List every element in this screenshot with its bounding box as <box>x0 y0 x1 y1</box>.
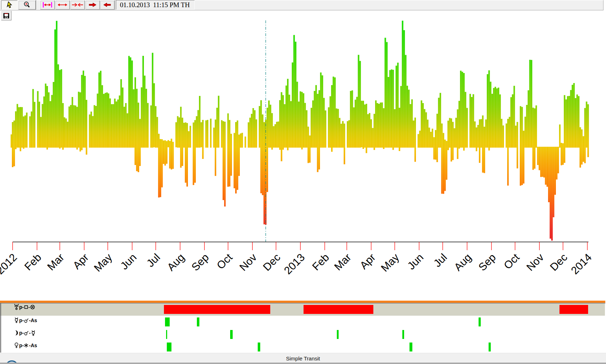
svg-text:p-: p- <box>19 343 24 348</box>
svg-text:Mar: Mar <box>332 251 353 273</box>
svg-text:Sep: Sep <box>189 251 211 273</box>
svg-text:-: - <box>28 304 30 310</box>
svg-text:Dec: Dec <box>261 251 282 273</box>
svg-text:2012: 2012 <box>0 251 19 277</box>
svg-text:Jun: Jun <box>405 251 426 272</box>
svg-text:p-: p- <box>19 304 24 310</box>
svg-text:Apr: Apr <box>71 251 91 271</box>
svg-text:-As: -As <box>29 317 37 323</box>
svg-text:Jul: Jul <box>431 251 449 269</box>
svg-text:Jul: Jul <box>144 251 162 269</box>
svg-text:p-: p- <box>19 330 24 336</box>
svg-text:May: May <box>92 251 114 274</box>
svg-text:-As: -As <box>29 343 37 348</box>
svg-text:Mar: Mar <box>45 251 66 273</box>
svg-text:Feb: Feb <box>310 251 331 273</box>
svg-text:May: May <box>379 251 401 274</box>
svg-text:Dec: Dec <box>548 251 569 273</box>
svg-text:-: - <box>29 330 31 336</box>
svg-text:Feb: Feb <box>22 251 44 273</box>
svg-text:Apr: Apr <box>358 251 378 271</box>
svg-text:Oct: Oct <box>214 251 235 271</box>
svg-text:Aug: Aug <box>165 251 186 273</box>
svg-text:Nov: Nov <box>524 251 546 273</box>
svg-text:2014: 2014 <box>569 251 594 277</box>
svg-text:Jun: Jun <box>118 251 139 272</box>
svg-text:2013: 2013 <box>282 251 307 277</box>
svg-text:Nov: Nov <box>237 251 259 273</box>
svg-text:Aug: Aug <box>452 251 474 273</box>
svg-text:Sep: Sep <box>476 251 498 273</box>
svg-text:Oct: Oct <box>501 251 522 271</box>
svg-text:p-: p- <box>19 317 24 323</box>
